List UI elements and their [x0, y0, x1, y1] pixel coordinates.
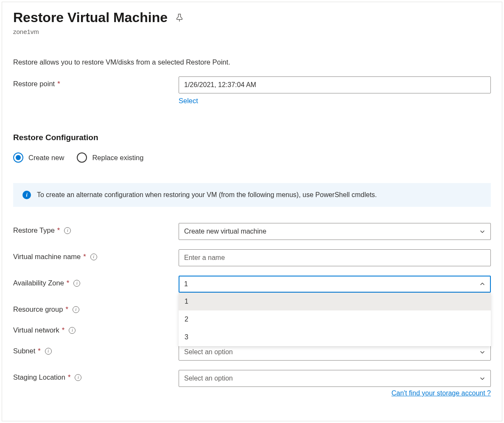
staging-location-label: Staging Location * i: [13, 370, 179, 381]
restore-vm-panel: Restore Virtual Machine zone1vm Restore …: [2, 2, 502, 421]
restore-type-label: Restore Type * i: [13, 223, 179, 234]
radio-replace-existing-label: Replace existing: [92, 154, 143, 162]
radio-replace-existing[interactable]: Replace existing: [77, 152, 143, 163]
subnet-row: Subnet * i Select an option: [13, 344, 491, 361]
az-option-1[interactable]: 1: [179, 293, 491, 310]
chevron-down-icon: [479, 375, 485, 381]
page-title: Restore Virtual Machine: [13, 10, 168, 25]
header: Restore Virtual Machine: [13, 10, 491, 25]
availability-zone-options: 1 2 3: [179, 293, 491, 346]
restore-config-title: Restore Configuration: [13, 133, 491, 142]
restore-config-radios: Create new Replace existing: [13, 152, 491, 163]
pin-icon[interactable]: [175, 12, 184, 23]
info-tooltip-icon[interactable]: i: [90, 254, 97, 260]
info-tooltip-icon[interactable]: i: [69, 327, 76, 334]
vm-name-input[interactable]: [179, 249, 491, 266]
availability-zone-dropdown[interactable]: 1: [179, 276, 491, 293]
info-banner: i To create an alternate configuration w…: [13, 183, 491, 207]
availability-zone-label: Availability Zone * i: [13, 276, 179, 287]
info-tooltip-icon[interactable]: i: [64, 227, 71, 234]
restore-point-label: Restore point *: [13, 76, 179, 88]
restore-point-select-link[interactable]: Select: [179, 97, 491, 105]
subtitle: zone1vm: [13, 28, 491, 35]
subnet-dropdown[interactable]: Select an option: [179, 344, 491, 361]
virtual-network-label: Virtual network * i: [13, 323, 179, 334]
required-star: *: [57, 80, 60, 88]
availability-zone-row: Availability Zone * i 1 1 2 3: [13, 276, 491, 293]
resource-group-label: Resource group * i: [13, 302, 179, 313]
radio-create-new-label: Create new: [28, 154, 64, 162]
info-tooltip-icon[interactable]: i: [45, 348, 52, 355]
restore-point-input[interactable]: [179, 76, 491, 93]
description-text: Restore allows you to restore VM/disks f…: [13, 58, 491, 66]
radio-circle-icon: [13, 152, 23, 163]
subnet-label: Subnet * i: [13, 344, 179, 355]
vm-name-label: Virtual machine name * i: [13, 249, 179, 261]
info-tooltip-icon[interactable]: i: [73, 306, 79, 313]
az-option-2[interactable]: 2: [179, 310, 491, 328]
restore-type-dropdown[interactable]: Create new virtual machine: [179, 223, 491, 240]
staging-location-dropdown[interactable]: Select an option: [179, 370, 491, 387]
staging-location-row: Staging Location * i Select an option Ca…: [13, 370, 491, 397]
chevron-down-icon: [479, 228, 485, 234]
radio-circle-icon: [77, 152, 87, 163]
info-tooltip-icon[interactable]: i: [75, 374, 81, 381]
restore-point-row: Restore point * Select: [13, 76, 491, 105]
az-option-3[interactable]: 3: [179, 328, 491, 346]
chevron-down-icon: [479, 349, 485, 355]
radio-create-new[interactable]: Create new: [13, 152, 64, 163]
info-tooltip-icon[interactable]: i: [73, 280, 80, 287]
info-icon: i: [22, 191, 31, 199]
storage-account-help-link[interactable]: Can't find your storage account ?: [392, 389, 491, 397]
chevron-up-icon: [479, 281, 485, 287]
info-banner-text: To create an alternate configuration whe…: [37, 191, 377, 199]
restore-type-row: Restore Type * i Create new virtual mach…: [13, 223, 491, 240]
vm-name-row: Virtual machine name * i: [13, 249, 491, 266]
